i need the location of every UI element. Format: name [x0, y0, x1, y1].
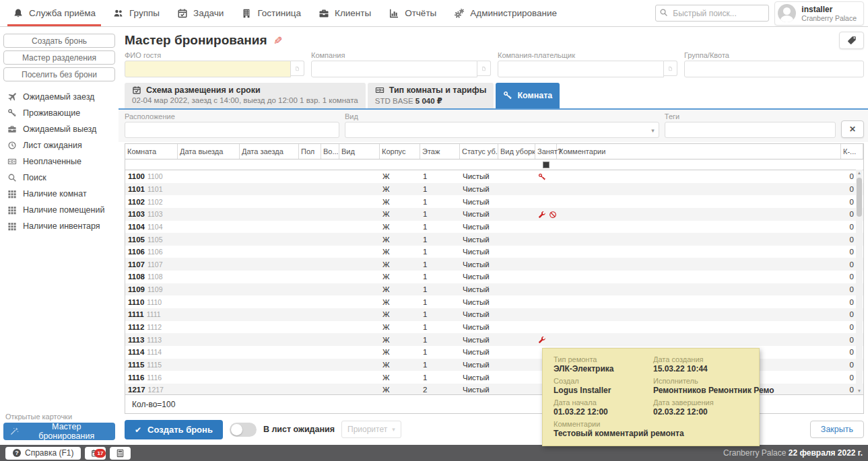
- calculator-button[interactable]: [110, 447, 131, 460]
- sidebar-menu-item[interactable]: Проживающие: [0, 105, 119, 121]
- table-row[interactable]: 11061106 Ж 1 Чистый: [125, 246, 863, 258]
- open-card-booking-wizard-button[interactable]: Мастер бронирования: [3, 423, 115, 440]
- tags-filter-input[interactable]: [665, 122, 836, 138]
- sidebar-action-button[interactable]: Поселить без брони: [3, 67, 115, 81]
- wizard-tab[interactable]: Комната: [496, 83, 560, 108]
- edit-pencil-icon[interactable]: [273, 34, 282, 47]
- col-view[interactable]: Вид: [339, 144, 380, 159]
- table-row[interactable]: 11041104 Ж 1 Чистый: [125, 221, 863, 234]
- priority-select[interactable]: Приоритет: [341, 421, 401, 438]
- table-row[interactable]: 11071107 Ж 1 Чистый: [125, 258, 863, 271]
- table-row[interactable]: 11091109 Ж 1 Чистый: [125, 283, 863, 296]
- wizard-tab[interactable]: Схема размещения и сроки 02-04 мар 2022,…: [125, 83, 366, 108]
- wizard-tabs: Схема размещения и сроки 02-04 мар 2022,…: [119, 83, 868, 110]
- user-card[interactable]: installer Cranberry Palace: [774, 1, 864, 26]
- tags-button[interactable]: [839, 32, 864, 49]
- nav-item[interactable]: Клиенты: [310, 0, 380, 26]
- field-input[interactable]: [125, 61, 291, 77]
- col-clean-type[interactable]: Вид уборки: [498, 144, 535, 159]
- nav-item[interactable]: Служба приёма: [4, 0, 104, 26]
- lookup-card-button[interactable]: [291, 61, 304, 76]
- table-row[interactable]: 11111111 Ж 1 Чистый: [125, 308, 863, 321]
- table-row[interactable]: 11081108 Ж 1 Чистый: [125, 271, 863, 283]
- nav-item[interactable]: Администрирование: [445, 0, 566, 26]
- sidebar-menu-item[interactable]: Лист ожидания: [0, 137, 119, 153]
- sidebar-item-label: Наличие инвентаря: [23, 221, 100, 231]
- col-room[interactable]: Комната: [125, 144, 178, 159]
- scrollbar-thumb[interactable]: [857, 178, 862, 217]
- col-count[interactable]: К-...: [841, 144, 863, 159]
- close-button[interactable]: Закрыть: [810, 421, 864, 438]
- location-filter-label: Расположение: [125, 112, 339, 120]
- table-row[interactable]: 11121112 Ж 1 Чистый: [125, 321, 863, 334]
- briefcase-icon: [7, 125, 17, 134]
- nav-item[interactable]: Гостиница: [232, 0, 310, 26]
- waitlist-toggle[interactable]: [230, 423, 257, 437]
- topbar-right: installer Cranberry Palace: [655, 0, 864, 26]
- search-icon: [7, 173, 17, 182]
- table-row[interactable]: 11051105 Ж 1 Чистый: [125, 233, 863, 246]
- scroll-down-icon[interactable]: [856, 388, 863, 394]
- page-title: Мастер бронирования: [125, 33, 267, 48]
- tooltip-field-label: Создал: [554, 377, 653, 385]
- table-row[interactable]: 11021102 Ж 1 Чистый: [125, 195, 863, 208]
- clear-filters-button[interactable]: [841, 120, 864, 138]
- sidebar-menu-item[interactable]: Наличие помещений: [0, 202, 119, 218]
- col-occupied[interactable]: Занят?: [535, 144, 557, 159]
- bell-icon: [13, 8, 24, 19]
- waitlist-label: В лист ожидания: [263, 425, 335, 434]
- sidebar-menu-item[interactable]: Ожидаемый выезд: [0, 121, 119, 137]
- table-header: Комната Дата выезда Дата заезда Пол Во..…: [125, 144, 863, 159]
- search-input[interactable]: [655, 5, 769, 22]
- sidebar-item-label: Поиск: [23, 173, 46, 182]
- sidebar-menu-item[interactable]: Неоплаченные: [0, 153, 119, 170]
- table-row[interactable]: 11101110 Ж 1 Чистый: [125, 295, 863, 308]
- col-clean-status[interactable]: Статус уб...: [460, 144, 498, 159]
- create-booking-button[interactable]: Создать бронь: [125, 420, 223, 439]
- row-count: Кол-во=100: [132, 400, 175, 409]
- col-gender[interactable]: Пол: [299, 144, 321, 159]
- col-floor[interactable]: Этаж: [420, 144, 460, 159]
- tab-title: Тип комнаты и тарифы: [389, 85, 487, 95]
- sidebar-menu-item[interactable]: Ожидаемый заезд: [0, 89, 119, 105]
- table-row[interactable]: 11001100 Ж 1 Чистый: [125, 170, 863, 183]
- table-row[interactable]: 11131113 Ж 1 Чистый: [125, 333, 863, 346]
- table-scrollbar[interactable]: [856, 170, 863, 394]
- col-age[interactable]: Во...: [321, 144, 339, 159]
- tab-title: Комната: [517, 91, 552, 100]
- sidebar-menu-item[interactable]: Поиск: [0, 170, 119, 186]
- notifications-calendar-button[interactable]: 17: [85, 447, 106, 460]
- table-row[interactable]: 11011101 Ж 1 Чистый: [125, 183, 863, 196]
- occupied-filter-checkbox[interactable]: [543, 162, 549, 168]
- wizard-tab[interactable]: Тип комнаты и тарифы STD BASE 5 040 ₽: [368, 83, 494, 108]
- field-input[interactable]: [684, 61, 864, 77]
- col-date-out[interactable]: Дата выезда: [178, 144, 240, 159]
- field-input[interactable]: [311, 61, 477, 77]
- location-filter-input[interactable]: [125, 122, 339, 138]
- question-icon: [13, 449, 21, 457]
- nav-item[interactable]: Отчёты: [380, 0, 445, 26]
- help-button[interactable]: Справка (F1): [5, 447, 81, 460]
- col-building[interactable]: Корпус: [380, 144, 420, 159]
- nav-item[interactable]: Группы: [104, 0, 168, 26]
- sidebar-item-label: Наличие комнат: [23, 189, 87, 199]
- tooltip-field-label: Тип ремонта: [554, 355, 653, 363]
- wand-icon: [10, 427, 19, 436]
- nav-item[interactable]: Задачи: [168, 0, 232, 26]
- nav-item-label: Группы: [129, 8, 160, 18]
- lookup-card-button[interactable]: [664, 61, 677, 76]
- lookup-card-button[interactable]: [477, 61, 491, 76]
- view-filter-label: Вид: [345, 112, 659, 120]
- scroll-up-icon[interactable]: [856, 170, 863, 176]
- col-date-in[interactable]: Дата заезда: [240, 144, 299, 159]
- top-navigation-bar: Служба приёма Группы Задачи Гостиница: [0, 0, 868, 27]
- sidebar-action-button[interactable]: Мастер разделения: [3, 50, 115, 65]
- field-input[interactable]: [498, 61, 664, 77]
- sidebar-action-button[interactable]: Создать бронь: [3, 34, 115, 48]
- calendar-icon: [177, 8, 188, 19]
- sidebar-menu-item[interactable]: Наличие комнат: [0, 186, 119, 202]
- view-filter-select[interactable]: [345, 122, 659, 138]
- sidebar-menu-item[interactable]: Наличие инвентаря: [0, 218, 119, 234]
- table-row[interactable]: 11031103 Ж 1 Чистый: [125, 208, 863, 221]
- col-comments[interactable]: Комментарии: [557, 144, 841, 159]
